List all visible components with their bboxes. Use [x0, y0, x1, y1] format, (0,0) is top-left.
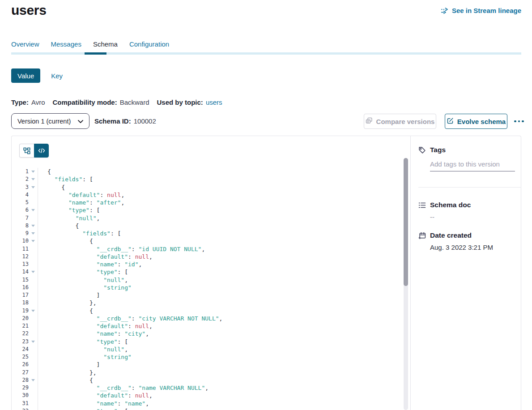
fold-spacer — [29, 392, 38, 399]
code-line: 5 "name": "after", — [12, 199, 402, 206]
code-line: 29 "__crdb__": "name VARCHAR NULL", — [12, 384, 402, 392]
fold-arrow-icon[interactable] — [29, 376, 38, 384]
code-text: "type": [ — [38, 407, 128, 410]
line-number: 7 — [12, 214, 29, 222]
tags-input[interactable] — [430, 160, 515, 171]
compatibility-value: Backward — [120, 98, 149, 106]
code-text: { — [38, 222, 79, 230]
code-text: { — [38, 307, 93, 315]
evolve-schema-label: Evolve schema — [457, 118, 506, 125]
fold-arrow-icon[interactable] — [29, 175, 38, 183]
code-text: "__crdb__": "id UUID NOT NULL", — [38, 245, 205, 253]
code-line: 23 "type": [ — [12, 338, 402, 346]
fold-spacer — [29, 253, 38, 261]
date-created-title: Date created — [430, 231, 472, 239]
fold-arrow-icon[interactable] — [29, 168, 38, 175]
fold-arrow-icon[interactable] — [29, 307, 38, 315]
version-bar: Version 1 (current) Schema ID: 100002 Co… — [11, 113, 521, 129]
used-by-topic-label: Used by topic: — [157, 98, 203, 106]
code-line: 24 "null", — [12, 346, 402, 353]
more-options-button[interactable] — [511, 114, 527, 129]
code-line: 16 "string" — [12, 284, 402, 291]
fold-arrow-icon[interactable] — [29, 237, 38, 245]
value-toggle-button[interactable]: Value — [11, 68, 40, 83]
tab-schema[interactable]: Schema — [93, 40, 118, 48]
code-text: "fields": [ — [38, 230, 121, 237]
used-by-topic-link[interactable]: users — [206, 98, 222, 106]
line-number: 29 — [12, 384, 29, 392]
code-text: "type": [ — [38, 206, 100, 214]
code-text: "type": [ — [38, 338, 128, 346]
fold-spacer — [29, 245, 38, 253]
fold-arrow-icon[interactable] — [29, 222, 38, 230]
tab-messages[interactable]: Messages — [51, 40, 81, 48]
code-line: 17 ] — [12, 291, 402, 299]
fold-spacer — [29, 214, 38, 222]
code-line: 12 "default": null, — [12, 253, 402, 261]
date-created-section: Date created Aug. 3 2022 3:21 PM — [418, 231, 513, 251]
code-text: "null", — [38, 276, 128, 284]
evolve-schema-button[interactable]: Evolve schema — [445, 114, 507, 129]
line-number: 19 — [12, 307, 29, 315]
line-number: 13 — [12, 261, 29, 268]
line-number: 24 — [12, 346, 29, 353]
code-text: "null", — [38, 214, 100, 222]
tab-configuration[interactable]: Configuration — [129, 40, 169, 48]
code-text: }, — [38, 299, 97, 307]
code-line: 1{ — [12, 168, 402, 175]
value-key-toggle: Value Key — [11, 68, 63, 83]
fold-arrow-icon[interactable] — [29, 338, 38, 346]
code-text: "null", — [38, 346, 128, 353]
compare-versions-button[interactable]: Compare versions — [364, 114, 436, 129]
line-number: 20 — [12, 315, 29, 322]
code-line: 10 { — [12, 237, 402, 245]
tab-overview[interactable]: Overview — [11, 40, 39, 48]
code-text: "string" — [38, 284, 132, 291]
fold-arrow-icon[interactable] — [29, 184, 38, 191]
fold-spacer — [29, 315, 38, 322]
editor-scrollbar-thumb[interactable] — [404, 158, 408, 286]
line-number: 26 — [12, 361, 29, 368]
fold-spacer — [29, 261, 38, 268]
version-select-value: Version 1 (current) — [17, 118, 71, 125]
code-text: { — [38, 168, 51, 175]
tabs-underline-track — [11, 52, 521, 55]
code-text: "default": null, — [38, 253, 153, 261]
line-number: 23 — [12, 338, 29, 346]
code-text: "default": null, — [38, 191, 124, 199]
list-icon — [418, 201, 426, 209]
code-text: "name": "after", — [38, 199, 124, 206]
fold-arrow-icon[interactable] — [29, 230, 38, 237]
line-number: 12 — [12, 253, 29, 261]
fold-spacer — [29, 369, 38, 376]
code-text: "__crdb__": "city VARCHAR NOT NULL", — [38, 315, 222, 322]
tree-view-button[interactable] — [19, 144, 34, 158]
code-line: 3 { — [12, 184, 402, 191]
line-number: 25 — [12, 353, 29, 361]
code-line: 13 "name": "id", — [12, 261, 402, 268]
fold-arrow-icon[interactable] — [29, 407, 38, 410]
code-text: { — [38, 237, 93, 245]
code-line: 32 "type": [ — [12, 407, 402, 410]
fold-spacer — [29, 361, 38, 368]
editor-scrollbar-track[interactable] — [404, 158, 408, 410]
code-view-button[interactable] — [34, 144, 49, 158]
line-number: 18 — [12, 299, 29, 307]
code-line: 30 "default": null, — [12, 392, 402, 399]
line-number: 28 — [12, 376, 29, 384]
page-title: users — [11, 3, 47, 18]
line-number: 6 — [12, 206, 29, 214]
type-label: Type: — [11, 98, 29, 106]
tags-section: Tags — [418, 146, 513, 171]
schema-page: users See in Stream lineage Overview Mes… — [0, 0, 532, 410]
schema-meta-row: Type: Avro Compatibility mode: Backward … — [11, 98, 222, 106]
fold-arrow-icon[interactable] — [29, 268, 38, 276]
version-select[interactable]: Version 1 (current) — [11, 113, 89, 129]
edit-icon — [447, 117, 454, 126]
fold-spacer — [29, 299, 38, 307]
fold-arrow-icon[interactable] — [29, 206, 38, 214]
stream-lineage-link[interactable]: See in Stream lineage — [441, 7, 521, 14]
key-toggle-button[interactable]: Key — [51, 72, 63, 80]
schema-sidebar: Tags Schema doc -- — [410, 136, 521, 410]
code-text: "name": "name", — [38, 400, 149, 407]
